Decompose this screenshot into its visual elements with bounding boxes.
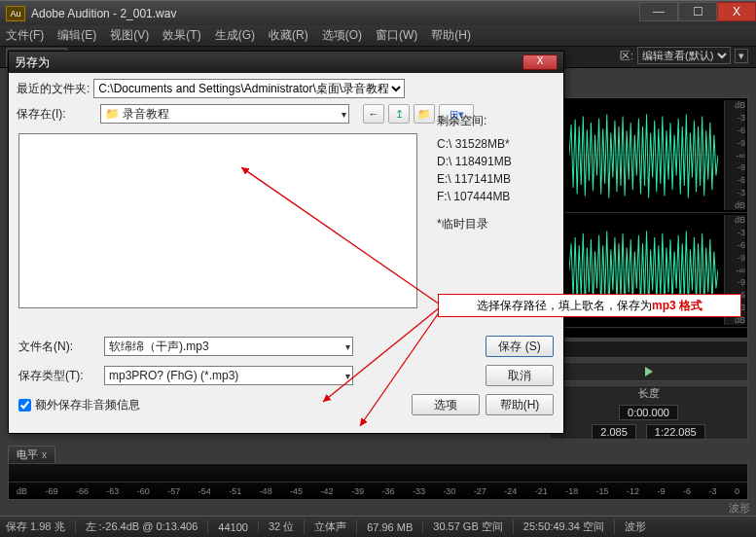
transport-panel — [549, 362, 748, 381]
display-mode[interactable]: 波形 — [729, 501, 750, 516]
save-as-dialog: 另存为 X 最近的文件夹: C:\Documents and Settings\… — [8, 51, 564, 434]
free-space-panel: 剩余空间: C:\ 31528MB* D:\ 118491MB E:\ 1171… — [437, 112, 554, 233]
menu-options[interactable]: 选项(O) — [322, 27, 362, 44]
drive-e: E:\ 117141MB — [437, 170, 554, 188]
savein-select[interactable]: 📁 录音教程 — [100, 104, 349, 124]
new-folder-button[interactable]: 📁 — [414, 104, 435, 124]
status-channels: 立体声 — [314, 519, 357, 534]
options-button[interactable]: 选项 — [412, 394, 480, 415]
length-value-2[interactable]: 2.085 — [592, 424, 636, 440]
tab-close-icon[interactable]: x — [42, 449, 47, 460]
app-icon: Au — [6, 6, 25, 21]
menu-generate[interactable]: 生成(G) — [215, 27, 255, 44]
checkbox-icon[interactable] — [18, 399, 31, 412]
save-button[interactable]: 保存 (S) — [486, 336, 554, 357]
workspace-label: 区: — [620, 49, 633, 63]
menu-view[interactable]: 视图(V) — [110, 27, 149, 44]
type-select[interactable]: mp3PRO? (FhG) (*.mp3) — [104, 366, 353, 385]
statusbar: 保存 1.98 兆 左 :-26.4dB @ 0:13.406 44100 32… — [0, 516, 756, 537]
filename-input[interactable]: 软绵绵（干声).mp3 — [104, 337, 353, 356]
menu-effects[interactable]: 效果(T) — [162, 27, 200, 44]
close-button[interactable]: X — [717, 2, 756, 21]
recent-label: 最近的文件夹: — [17, 81, 90, 97]
length-panel: 长度 0:00.000 2.085 1:22.085 — [549, 385, 748, 440]
status-bits: 32 位 — [269, 519, 305, 534]
menu-window[interactable]: 窗口(W) — [376, 27, 417, 44]
folder-icon: 📁 — [417, 108, 431, 121]
menu-favorites[interactable]: 收藏(R) — [269, 27, 308, 44]
status-rate: 44100 — [218, 521, 259, 533]
tab-level[interactable]: 电平 x — [8, 446, 55, 463]
play-icon[interactable] — [645, 367, 653, 376]
type-label: 保存类型(T): — [18, 368, 98, 384]
drive-f: F:\ 107444MB — [437, 188, 554, 205]
back-button[interactable]: ← — [363, 104, 384, 124]
menu-file[interactable]: 文件(F) — [6, 27, 44, 44]
savein-label: 保存在(I): — [17, 106, 96, 123]
status-mode: 波形 — [625, 519, 646, 534]
maximize-button[interactable]: ☐ — [678, 2, 717, 21]
time-ruler[interactable] — [549, 340, 748, 358]
level-scale: dB-69-66-63-60-57-54-51-48-45-42-39-36-3… — [17, 486, 739, 498]
menu-help[interactable]: 帮助(H) — [431, 27, 471, 44]
status-save: 保存 1.98 兆 — [6, 519, 76, 534]
free-space-label: 剩余空间: — [437, 112, 554, 129]
up-button[interactable]: ↥ — [388, 104, 410, 124]
workspace-select[interactable]: 编辑查看(默认) — [637, 47, 731, 64]
menu-edit[interactable]: 编辑(E) — [57, 27, 96, 44]
status-disk: 30.57 GB 空间 — [433, 519, 514, 534]
workspace-picker: 区: 编辑查看(默认) ▾ — [620, 47, 748, 64]
dialog-title: 另存为 — [15, 54, 50, 71]
dialog-titlebar[interactable]: 另存为 X — [9, 52, 563, 73]
titlebar: Au Adobe Audition - 2_001.wav — ☐ X — [0, 0, 756, 25]
waveform-left — [569, 104, 718, 206]
menubar[interactable]: 文件(F) 编辑(E) 视图(V) 效果(T) 生成(G) 收藏(R) 选项(O… — [0, 25, 756, 47]
cancel-button[interactable]: 取消 — [486, 365, 554, 386]
status-size: 67.96 MB — [367, 521, 423, 533]
level-meter[interactable]: dB-69-66-63-60-57-54-51-48-45-42-39-36-3… — [8, 463, 748, 500]
workspace-menu-icon[interactable]: ▾ — [735, 49, 748, 63]
status-peak: 左 :-26.4dB @ 0:13.406 — [86, 519, 209, 534]
help-button[interactable]: 帮助(H) — [486, 394, 554, 415]
length-value-3[interactable]: 1:22.085 — [646, 424, 705, 440]
drive-c: C:\ 31528MB* — [437, 135, 554, 153]
filename-label: 文件名(N): — [18, 339, 98, 355]
annotation-callout: 选择保存路径，填上歌名，保存为 mp3 格式 — [438, 294, 741, 317]
up-icon: ↥ — [395, 108, 404, 121]
window-title: Adobe Audition - 2_001.wav — [31, 7, 639, 20]
file-list[interactable] — [18, 133, 417, 308]
dialog-close-button[interactable]: X — [522, 54, 558, 70]
recent-folder-select[interactable]: C:\Documents and Settings\Administrator\… — [93, 79, 405, 98]
db-ruler-left: dB-3-6-9-∞-9-6-3dB — [724, 100, 745, 210]
length-value-1[interactable]: 0:00.000 — [619, 405, 678, 420]
tempdir-label: *临时目录 — [437, 215, 554, 233]
length-label: 长度 — [638, 386, 660, 401]
status-time: 25:50:49.34 空间 — [523, 519, 615, 534]
back-icon: ← — [369, 108, 379, 120]
save-extra-checkbox[interactable]: 额外保存非音频信息 — [18, 397, 140, 413]
drive-d: D:\ 118491MB — [437, 153, 554, 170]
minimize-button[interactable]: — — [639, 2, 678, 21]
